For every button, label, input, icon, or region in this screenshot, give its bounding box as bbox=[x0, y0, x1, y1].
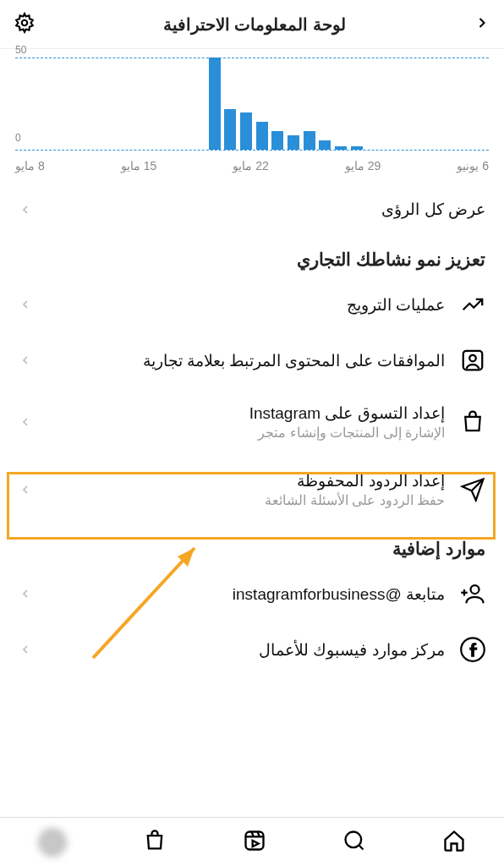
trend-icon bbox=[460, 292, 485, 317]
chart-x-axis: 6 يونيو 29 مايو 22 مايو 15 مايو 8 مايو bbox=[15, 151, 489, 184]
chart-x-label: 15 مايو bbox=[121, 159, 156, 173]
svg-point-2 bbox=[469, 355, 476, 362]
chevron-left-icon bbox=[19, 587, 32, 600]
resource-item-1[interactable]: مركز موارد فيسبوك للأعمال bbox=[0, 622, 504, 677]
page-title: لوحة المعلومات الاحترافية bbox=[163, 14, 346, 35]
item-subtitle: حفظ الردود على الأسئلة الشائعة bbox=[265, 492, 445, 508]
chart-bar bbox=[319, 140, 331, 150]
chart-bar bbox=[209, 58, 221, 150]
nav-profile[interactable] bbox=[38, 828, 67, 857]
chart-canvas bbox=[15, 58, 489, 151]
chart-x-label: 8 مايو bbox=[15, 159, 45, 173]
nav-search[interactable] bbox=[342, 829, 366, 856]
chart-bar bbox=[240, 112, 252, 150]
shop-icon bbox=[460, 409, 485, 435]
chevron-left-icon bbox=[19, 203, 32, 216]
nav-home[interactable] bbox=[442, 829, 466, 856]
chart-x-label: 22 مايو bbox=[233, 159, 268, 173]
chart-bar bbox=[271, 131, 283, 150]
chart-x-label: 6 يونيو bbox=[457, 159, 489, 173]
nav-shop[interactable] bbox=[143, 829, 167, 856]
back-button[interactable] bbox=[474, 14, 490, 35]
item-title: عمليات الترويج bbox=[347, 295, 445, 315]
facebook-icon bbox=[460, 637, 485, 662]
item-title: إعداد التسوق على Instagram bbox=[249, 403, 445, 423]
chart-bar bbox=[224, 109, 236, 150]
chart-bar bbox=[351, 146, 363, 150]
grow-item-3[interactable]: إعداد الردود المحفوظة حفظ الردود على الأ… bbox=[0, 456, 504, 523]
grow-item-1[interactable]: الموافقات على المحتوى المرتبط بعلامة تجا… bbox=[0, 332, 504, 388]
item-title: إعداد الردود المحفوظة bbox=[265, 471, 445, 491]
svg-rect-1 bbox=[463, 351, 483, 370]
header: لوحة المعلومات الاحترافية bbox=[0, 0, 504, 49]
chart-bar bbox=[335, 146, 347, 150]
chevron-left-icon bbox=[19, 483, 32, 496]
view-all-insights-link[interactable]: عرض كل الرؤى bbox=[0, 184, 504, 234]
insights-chart: 50 0 6 يونيو 29 مايو 22 مايو 15 مايو 8 م… bbox=[0, 49, 504, 184]
resources-section-title: موارد إضافية bbox=[0, 523, 504, 566]
item-title: مركز موارد فيسبوك للأعمال bbox=[259, 640, 445, 660]
chart-bar bbox=[304, 131, 315, 150]
svg-line-10 bbox=[359, 845, 363, 849]
chart-bar bbox=[288, 135, 299, 150]
svg-marker-15 bbox=[253, 841, 259, 847]
nav-reels[interactable] bbox=[243, 829, 266, 856]
chevron-left-icon bbox=[19, 354, 32, 367]
grow-item-0[interactable]: عمليات الترويج bbox=[0, 277, 504, 332]
grow-section-title: تعزيز نمو نشاطك التجاري bbox=[0, 234, 504, 277]
profile-box-icon bbox=[460, 348, 485, 373]
item-subtitle: الإشارة إلى المنتجات وإنشاء متجر bbox=[249, 425, 445, 441]
resource-item-0[interactable]: متابعة @instagramforbusiness bbox=[0, 566, 504, 622]
chart-y-tick-top: 50 bbox=[15, 44, 26, 56]
item-title: متابعة @instagramforbusiness bbox=[233, 584, 445, 604]
settings-button[interactable] bbox=[14, 12, 36, 37]
chart-x-label: 29 مايو bbox=[345, 159, 381, 173]
link-label: عرض كل الرؤى bbox=[381, 200, 485, 219]
chevron-left-icon bbox=[19, 643, 32, 656]
item-title: الموافقات على المحتوى المرتبط بعلامة تجا… bbox=[143, 351, 445, 370]
chevron-left-icon bbox=[19, 415, 32, 429]
bottom-nav bbox=[0, 817, 504, 866]
follow-icon bbox=[460, 581, 485, 606]
svg-point-3 bbox=[471, 585, 479, 594]
send-icon bbox=[460, 477, 485, 502]
chart-bar bbox=[256, 122, 268, 150]
svg-point-0 bbox=[22, 19, 28, 25]
profile-avatar bbox=[38, 828, 67, 857]
chevron-left-icon bbox=[19, 298, 32, 311]
grow-item-2[interactable]: إعداد التسوق على Instagram الإشارة إلى ا… bbox=[0, 388, 504, 456]
